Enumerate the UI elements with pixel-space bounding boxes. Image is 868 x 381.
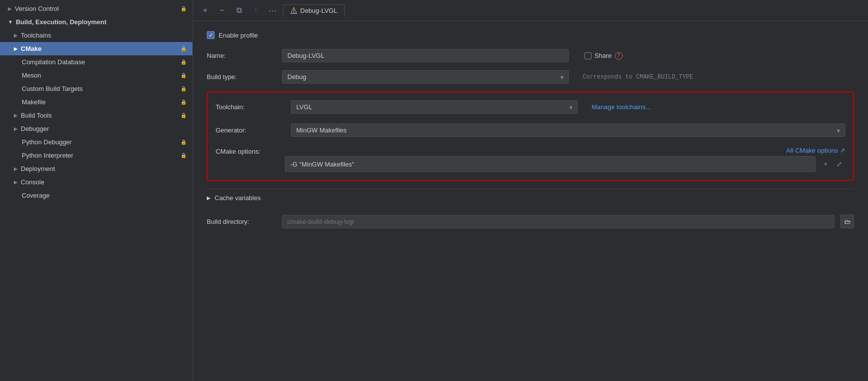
sidebar-item-cmake[interactable]: ▶ CMake 🔒 xyxy=(0,42,192,55)
red-border-section: Toolchain: LVGL Manage toolchains... Gen… xyxy=(207,91,854,181)
expand-icon: ▶ xyxy=(14,179,18,185)
sidebar-item-label: Makefile xyxy=(22,98,46,106)
help-icon[interactable]: ? xyxy=(615,52,623,60)
expand-icon: ▶ xyxy=(14,33,18,38)
name-field xyxy=(282,49,569,62)
lock-icon: 🔒 xyxy=(181,86,186,91)
toolbar: + − ⧉ ↑ ⋯ Debug-LVGL xyxy=(193,0,868,21)
expand-icon: ▶ xyxy=(8,6,12,11)
add-cmake-option-button[interactable]: ＋ xyxy=(820,158,831,170)
expand-icon: ▶ xyxy=(14,126,18,131)
sidebar-item-label: Python Interpreter xyxy=(22,152,73,159)
sidebar-item-label: Toolchains xyxy=(21,32,51,39)
cmake-options-content: All CMake options ↗ -G "MinGW Makefiles"… xyxy=(285,147,845,172)
lock-icon: 🔒 xyxy=(181,153,186,158)
cache-variables-label: Cache variables xyxy=(215,194,261,202)
cmake-options-box: -G "MinGW Makefiles" xyxy=(285,156,816,172)
toolchain-label: Toolchain: xyxy=(216,103,285,111)
sidebar-item-makefile[interactable]: Makefile 🔒 xyxy=(0,95,192,109)
cache-expand-icon: ▶ xyxy=(207,195,211,201)
sidebar-item-label: Console xyxy=(21,178,45,186)
share-checkbox[interactable] xyxy=(585,52,592,59)
add-button[interactable]: + xyxy=(199,4,212,17)
sidebar-item-label: Build Tools xyxy=(21,112,52,119)
sidebar-item-python-debugger[interactable]: Python Debugger 🔒 xyxy=(0,135,192,149)
cmake-options-section: CMake options: All CMake options ↗ -G "M… xyxy=(216,147,845,172)
toolchain-select-wrapper: LVGL xyxy=(291,100,578,114)
build-type-field: Debug Release RelWithDebInfo MinSizeRel xyxy=(282,70,569,84)
lock-icon: 🔒 xyxy=(181,139,186,145)
name-label: Name: xyxy=(207,52,276,59)
copy-button[interactable]: ⧉ xyxy=(232,4,245,17)
lock-icon: 🔒 xyxy=(181,113,186,118)
build-type-hint: Corresponds to CMAKE_BUILD_TYPE xyxy=(583,74,693,81)
lock-icon: 🔒 xyxy=(181,46,186,51)
expand-icon: ▶ xyxy=(14,166,18,171)
enable-profile-checkbox[interactable] xyxy=(207,31,215,39)
sidebar-item-debugger[interactable]: ▶ Debugger xyxy=(0,122,192,135)
remove-button[interactable]: − xyxy=(216,4,228,17)
sidebar-item-label: Coverage xyxy=(22,192,49,199)
enable-profile-row: Enable profile xyxy=(207,31,854,39)
sidebar-item-label: Version Control xyxy=(15,5,59,12)
build-dir-input[interactable] xyxy=(282,215,834,228)
move-up-button[interactable]: ↑ xyxy=(249,4,262,17)
tab-bar: Debug-LVGL xyxy=(283,4,345,17)
cmake-options-header: All CMake options ↗ xyxy=(285,147,845,154)
more-button[interactable]: ⋯ xyxy=(266,4,279,17)
sidebar-item-compilation-database[interactable]: Compilation Database 🔒 xyxy=(0,55,192,69)
sidebar-item-label: Meson xyxy=(22,72,41,79)
cmake-options-label: CMake options: xyxy=(216,147,285,155)
toolchain-field: LVGL xyxy=(291,100,578,114)
lock-icon: 🔒 xyxy=(181,6,186,11)
expand-icon: ▶ xyxy=(14,46,18,51)
sidebar-item-python-interpreter[interactable]: Python Interpreter 🔒 xyxy=(0,149,192,162)
generator-row: Generator: MinGW Makefiles xyxy=(216,124,845,137)
cache-variables-row[interactable]: ▶ Cache variables xyxy=(207,189,854,207)
tab-label: Debug-LVGL xyxy=(300,7,337,14)
cmake-options-input-row: -G "MinGW Makefiles" ＋ ⤢ xyxy=(285,156,845,172)
share-label: Share xyxy=(594,52,612,59)
build-type-select[interactable]: Debug Release RelWithDebInfo MinSizeRel xyxy=(282,70,569,84)
manage-toolchains-link[interactable]: Manage toolchains... xyxy=(592,103,651,111)
toolchain-row: Toolchain: LVGL Manage toolchains... xyxy=(216,100,845,114)
sidebar-item-custom-build-targets[interactable]: Custom Build Targets 🔒 xyxy=(0,82,192,95)
sidebar-item-toolchains[interactable]: ▶ Toolchains xyxy=(0,29,192,42)
lock-icon: 🔒 xyxy=(181,73,186,78)
sidebar-item-label: Python Debugger xyxy=(22,138,72,146)
build-dir-row: Build directory: 🗁 xyxy=(207,214,854,228)
cmake-icon xyxy=(290,7,297,14)
sidebar-item-label: Debugger xyxy=(21,125,49,132)
share-row: Share ? xyxy=(585,52,623,60)
content-area: Enable profile Name: Share ? Build type:… xyxy=(193,21,868,381)
all-cmake-options-link[interactable]: All CMake options ↗ xyxy=(786,147,845,154)
sidebar-item-build-tools[interactable]: ▶ Build Tools 🔒 xyxy=(0,109,192,122)
sidebar-item-version-control[interactable]: ▶ Version Control 🔒 xyxy=(0,2,192,15)
sidebar-item-label: Custom Build Targets xyxy=(22,85,83,92)
expand-icon: ▼ xyxy=(8,19,13,25)
lock-icon: 🔒 xyxy=(181,99,186,105)
sidebar: ▶ Version Control 🔒 ▼ Build, Execution, … xyxy=(0,0,193,381)
generator-select[interactable]: MinGW Makefiles xyxy=(291,124,845,137)
sidebar-item-meson[interactable]: Meson 🔒 xyxy=(0,69,192,82)
folder-button[interactable]: 🗁 xyxy=(840,214,854,228)
tab-debug-lvgl[interactable]: Debug-LVGL xyxy=(283,4,345,17)
main-panel: + − ⧉ ↑ ⋯ Debug-LVGL Enable profile xyxy=(193,0,868,381)
sidebar-item-coverage[interactable]: Coverage xyxy=(0,189,192,202)
cmake-options-actions: ＋ ⤢ xyxy=(820,158,845,170)
expand-icon: ▶ xyxy=(14,113,18,118)
toolchain-select[interactable]: LVGL xyxy=(291,100,578,114)
build-dir-label: Build directory: xyxy=(207,218,276,225)
sidebar-item-console[interactable]: ▶ Console xyxy=(0,175,192,189)
sidebar-item-label: Deployment xyxy=(21,165,55,172)
name-row: Name: Share ? xyxy=(207,49,854,62)
generator-select-wrapper: MinGW Makefiles xyxy=(291,124,845,137)
sidebar-item-deployment[interactable]: ▶ Deployment xyxy=(0,162,192,175)
sidebar-item-label: Compilation Database xyxy=(22,58,85,66)
name-input[interactable] xyxy=(282,49,569,62)
cmake-options-value: -G "MinGW Makefiles" xyxy=(290,161,354,168)
expand-cmake-options-button[interactable]: ⤢ xyxy=(833,158,845,170)
sidebar-item-label: Build, Execution, Deployment xyxy=(16,18,106,26)
build-type-select-wrapper: Debug Release RelWithDebInfo MinSizeRel xyxy=(282,70,569,84)
sidebar-item-build-execution[interactable]: ▼ Build, Execution, Deployment xyxy=(0,15,192,29)
